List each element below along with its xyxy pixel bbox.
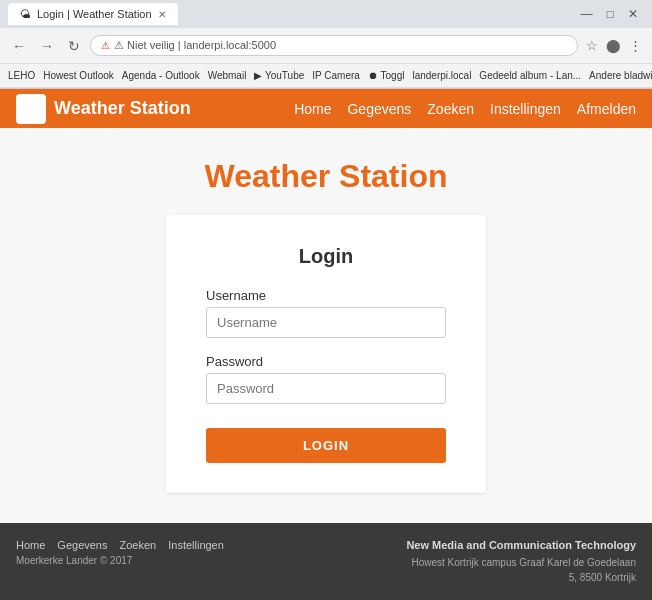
- refresh-button[interactable]: ↻: [64, 36, 84, 56]
- login-heading: Login: [206, 245, 446, 268]
- username-group: Username: [206, 288, 446, 338]
- security-icon: ⚠: [101, 40, 110, 51]
- login-card: Login Username Password LOGIN: [166, 215, 486, 493]
- bookmark-gedeeld[interactable]: Gedeeld album - Lan...: [479, 70, 581, 81]
- bookmark-ipcamera[interactable]: IP Camera: [312, 70, 360, 81]
- bookmark-toggl[interactable]: ⏺ Toggl: [368, 70, 405, 81]
- opera-icon[interactable]: ⬤: [604, 36, 623, 55]
- cloud-icon: 🌤: [23, 100, 39, 118]
- maximize-button[interactable]: □: [601, 5, 620, 23]
- browser-tab[interactable]: 🌤 Login | Weather Station ✕: [8, 3, 178, 25]
- bookmark-other[interactable]: Andere bladwijzers: [589, 70, 652, 81]
- footer-nav-zoeken[interactable]: Zoeken: [120, 539, 157, 551]
- back-button[interactable]: ←: [8, 36, 30, 56]
- site-title: Weather Station: [205, 158, 448, 195]
- address-bar-row: ← → ↻ ⚠ ⚠ Niet veilig | landerpi.local:5…: [0, 28, 652, 64]
- username-input[interactable]: [206, 307, 446, 338]
- minimize-button[interactable]: —: [575, 5, 599, 23]
- bookmark-youtube[interactable]: ▶ YouTube: [254, 70, 304, 81]
- site-main: Weather Station Login Username Password …: [0, 128, 652, 523]
- nav-zoeken[interactable]: Zoeken: [427, 101, 474, 117]
- username-label: Username: [206, 288, 446, 303]
- password-label: Password: [206, 354, 446, 369]
- footer-nav-instellingen[interactable]: Instellingen: [168, 539, 224, 551]
- site-logo: 🌤 Weather Station: [16, 94, 191, 124]
- site-logo-text: Weather Station: [54, 98, 191, 119]
- browser-chrome: 🌤 Login | Weather Station ✕ — □ ✕ ← → ↻ …: [0, 0, 652, 89]
- site-navbar: 🌤 Weather Station Home Gegevens Zoeken I…: [0, 89, 652, 128]
- nav-instellingen[interactable]: Instellingen: [490, 101, 561, 117]
- more-icon[interactable]: ⋮: [627, 36, 644, 55]
- bookmark-leho[interactable]: LEHO: [8, 70, 35, 81]
- footer-nav: Home Gegevens Zoeken Instellingen: [16, 539, 224, 551]
- footer-copyright: Moerkerke Lander © 2017: [16, 555, 224, 566]
- site-footer: Home Gegevens Zoeken Instellingen Moerke…: [0, 523, 652, 600]
- address-text: ⚠ Niet veilig | landerpi.local:5000: [114, 39, 276, 52]
- bookmark-landerpi[interactable]: landerpi.local: [412, 70, 471, 81]
- footer-address: Howest Kortrijk campus Graaf Karel de Go…: [406, 555, 636, 585]
- tab-favicon: 🌤: [20, 8, 31, 20]
- logo-icon: 🌤: [16, 94, 46, 124]
- website: 🌤 Weather Station Home Gegevens Zoeken I…: [0, 89, 652, 600]
- password-input[interactable]: [206, 373, 446, 404]
- nav-home[interactable]: Home: [294, 101, 331, 117]
- footer-nav-gegevens[interactable]: Gegevens: [57, 539, 107, 551]
- window-controls: — □ ✕: [575, 5, 644, 23]
- title-bar: 🌤 Login | Weather Station ✕ — □ ✕: [0, 0, 652, 28]
- bookmark-webmail[interactable]: Webmail: [208, 70, 247, 81]
- footer-left: Home Gegevens Zoeken Instellingen Moerke…: [16, 539, 224, 566]
- footer-right: New Media and Communication Technology H…: [406, 539, 636, 585]
- tab-title: Login | Weather Station: [37, 8, 152, 20]
- password-group: Password: [206, 354, 446, 404]
- nav-gegevens[interactable]: Gegevens: [347, 101, 411, 117]
- forward-button[interactable]: →: [36, 36, 58, 56]
- address-bar[interactable]: ⚠ ⚠ Niet veilig | landerpi.local:5000: [90, 35, 578, 56]
- footer-address-line1: Howest Kortrijk campus Graaf Karel de Go…: [406, 555, 636, 570]
- footer-address-line2: 5, 8500 Kortrijk: [406, 570, 636, 585]
- footer-nav-home[interactable]: Home: [16, 539, 45, 551]
- login-button[interactable]: LOGIN: [206, 428, 446, 463]
- nav-afmelden[interactable]: Afmelden: [577, 101, 636, 117]
- bookmark-agenda[interactable]: Agenda - Outlook: [122, 70, 200, 81]
- tab-close-button[interactable]: ✕: [158, 9, 166, 20]
- site-nav-links: Home Gegevens Zoeken Instellingen Afmeld…: [294, 101, 636, 117]
- bookmark-howest[interactable]: Howest Outlook: [43, 70, 114, 81]
- bookmark-icon[interactable]: ☆: [584, 36, 600, 55]
- footer-org-name: New Media and Communication Technology: [406, 539, 636, 551]
- close-button[interactable]: ✕: [622, 5, 644, 23]
- browser-nav-icons: ☆ ⬤ ⋮: [584, 36, 644, 55]
- bookmarks-bar: LEHO Howest Outlook Agenda - Outlook Web…: [0, 64, 652, 88]
